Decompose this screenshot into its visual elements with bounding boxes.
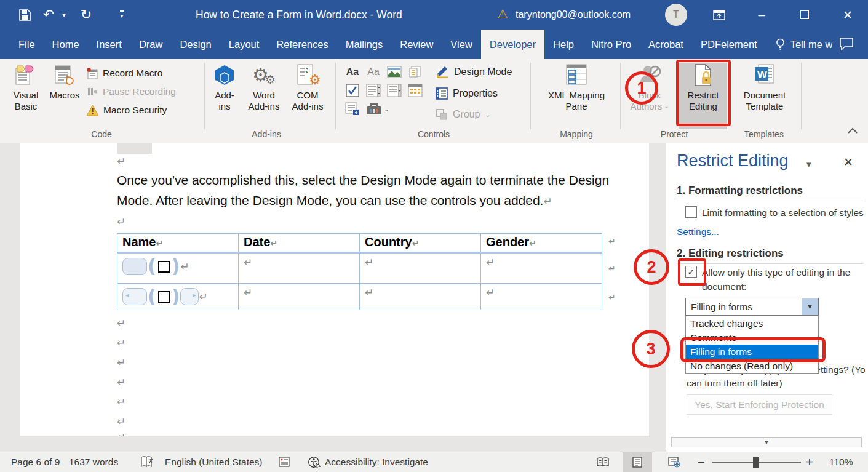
com-addins-button[interactable]: ⚙ COM Add-ins (287, 63, 328, 112)
macro-status-icon[interactable] (278, 456, 290, 472)
formatting-restrictions-heading: 1. Formatting restrictions (677, 185, 803, 197)
web-layout-button[interactable] (659, 452, 689, 472)
tab-mailings[interactable]: Mailings (337, 30, 392, 59)
table-cell[interactable]: ↵ (481, 253, 602, 284)
maximize-button[interactable] (790, 0, 819, 30)
tab-layout[interactable]: Layout (220, 30, 268, 59)
editing-type-combobox[interactable]: Filling in forms ▼ (685, 298, 819, 316)
tab-review[interactable]: Review (391, 30, 442, 59)
pane-close-icon[interactable]: ✕ (843, 155, 853, 169)
row-end-mark: ↵ (608, 236, 616, 246)
xml-mapping-pane-button[interactable]: XML Mapping Pane (536, 63, 616, 112)
form-checkbox[interactable] (158, 261, 170, 273)
macros-button[interactable]: Macros (47, 63, 82, 101)
table-row: ( ) ↵ ↵ ↵ ↵ (117, 284, 602, 310)
tab-file[interactable]: File (10, 30, 44, 59)
zoom-out-button[interactable]: − (698, 452, 705, 472)
svg-text:⚙: ⚙ (309, 72, 320, 87)
table-cell[interactable]: ↵ (481, 284, 602, 310)
save-button[interactable] (14, 0, 36, 30)
settings-link[interactable]: Settings... (677, 226, 719, 238)
avatar[interactable]: T (665, 4, 687, 26)
tab-pdfelement[interactable]: PDFelement (692, 30, 766, 59)
legacy-tools-icon[interactable]: ⌄ (364, 101, 391, 117)
start-enforcing-protection-button[interactable]: Yes, Start Enforcing Protection (687, 394, 832, 415)
table-cell[interactable]: ↵ (239, 284, 360, 310)
chevron-down-icon: ⌄ (485, 111, 490, 119)
form-checkbox[interactable] (158, 291, 170, 303)
tab-view[interactable]: View (442, 30, 480, 59)
customize-qat-button[interactable]: ▾ (113, 0, 130, 30)
tab-help[interactable]: Help (544, 30, 583, 59)
checkbox-control-cell[interactable]: ( ) ↵ (117, 253, 239, 284)
accessibility-icon[interactable] (308, 456, 321, 472)
table-cell[interactable]: ↵ (239, 253, 360, 284)
dropdown-list-content-control-icon[interactable] (385, 82, 404, 98)
tab-references[interactable]: References (268, 30, 336, 59)
macro-security-icon (86, 105, 99, 116)
content-control-bracket: ( (148, 258, 156, 274)
content-control-handle[interactable] (180, 288, 199, 305)
combo-box-content-control-icon[interactable] (364, 82, 383, 98)
pane-menu-caret-icon[interactable]: ▾ (806, 159, 811, 170)
repeating-section-content-control-icon[interactable] (343, 101, 362, 117)
proofing-status-icon[interactable]: ✗ (140, 456, 154, 472)
combobox-dropdown-button[interactable]: ▼ (802, 298, 818, 315)
tab-acrobat[interactable]: Acrobat (640, 30, 692, 59)
pane-scroll-down-button[interactable]: ▼ (671, 437, 862, 447)
plain-text-content-control-icon[interactable]: Aa (364, 64, 383, 80)
tab-insert[interactable]: Insert (88, 30, 130, 59)
document-template-label: Template (746, 101, 784, 112)
rich-text-content-control-icon[interactable]: Aa (343, 64, 362, 80)
tell-me-box[interactable]: Tell me w (766, 30, 833, 59)
tab-design[interactable]: Design (171, 30, 220, 59)
checkbox-control-cell[interactable]: ( ) ↵ (117, 284, 239, 310)
print-layout-button[interactable] (623, 452, 652, 472)
dropdown-option[interactable]: Tracked changes (686, 316, 818, 330)
table-cell[interactable]: ↵ (360, 284, 481, 310)
undo-dropdown[interactable]: ▾ (59, 0, 69, 30)
document-page[interactable]: ↵ Once you've accomplished this, select … (20, 143, 649, 436)
table-cell[interactable]: ↵ (360, 253, 481, 284)
checkbox-content-control-icon[interactable] (343, 82, 362, 98)
undo-button[interactable]: ↶ (38, 0, 59, 30)
tab-developer[interactable]: Developer (481, 30, 544, 59)
ribbon-display-options-button[interactable] (705, 0, 733, 30)
content-control-handle[interactable] (122, 258, 147, 275)
account-email[interactable]: taryntong00@outlook.com (516, 0, 631, 30)
comment-icon[interactable] (839, 37, 854, 50)
content-control-handle[interactable] (122, 288, 147, 305)
tab-nitro-pro[interactable]: Nitro Pro (583, 30, 640, 59)
word-addins-button[interactable]: ⚙⚙ Word Add-ins (244, 63, 284, 112)
design-mode-button[interactable]: Design Mode (431, 63, 530, 81)
close-button[interactable]: ✕ (834, 0, 862, 30)
design-mode-icon (436, 66, 449, 78)
tab-draw[interactable]: Draw (130, 30, 172, 59)
record-macro-button[interactable]: Record Macro (86, 65, 162, 81)
picture-content-control-icon[interactable] (385, 64, 404, 80)
visual-basic-icon (15, 63, 37, 87)
tab-home[interactable]: Home (44, 30, 88, 59)
page-indicator[interactable]: Page 6 of 9 (11, 452, 60, 472)
minimize-button[interactable]: – (747, 0, 776, 30)
visual-basic-button[interactable]: Visual Basic (7, 63, 44, 112)
macro-security-button[interactable]: Macro Security (86, 102, 167, 118)
triangle-down-icon: ▼ (763, 439, 770, 446)
redo-button[interactable]: ↻ (75, 0, 97, 30)
collapse-ribbon-button[interactable] (846, 127, 859, 134)
accessibility-status[interactable]: Accessibility: Investigate (325, 452, 428, 472)
word-count[interactable]: 1637 words (69, 452, 118, 472)
language-indicator[interactable]: English (United States) (165, 452, 263, 472)
pilcrow-mark: ↵ (180, 260, 189, 273)
read-mode-button[interactable] (588, 452, 618, 472)
properties-button[interactable]: Properties (431, 85, 503, 102)
date-picker-content-control-icon[interactable] (406, 82, 424, 98)
document-template-button[interactable]: W Document Template (735, 63, 795, 112)
addins-button[interactable]: Add- ins (209, 63, 240, 112)
building-block-gallery-icon[interactable] (406, 64, 424, 80)
form-table[interactable]: Name↵ Date↵ Country↵ Gender↵ ( ) ↵ ↵ ↵ (117, 233, 602, 310)
zoom-in-button[interactable]: + (806, 452, 813, 472)
zoom-slider-thumb[interactable] (753, 457, 759, 468)
zoom-percentage[interactable]: 110% (829, 452, 853, 472)
limit-formatting-checkbox[interactable] (685, 206, 697, 218)
